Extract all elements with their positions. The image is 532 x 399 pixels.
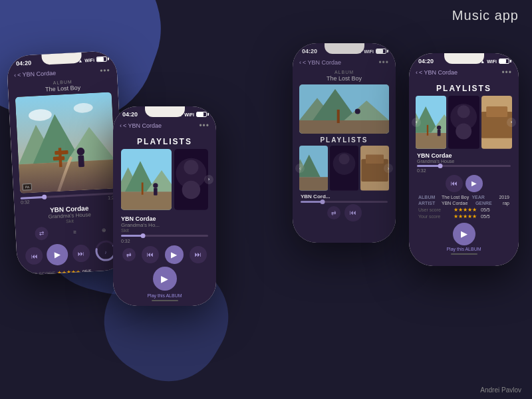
battery-icon-2 [196,112,207,117]
big-play-area-4: ▶ [416,223,512,245]
carousel-prev-4[interactable]: ‹ [412,118,421,127]
playlist-thumb-2-4[interactable] [448,96,479,149]
progress-bar-2[interactable] [121,235,208,237]
carousel-next-2[interactable]: › [204,175,213,184]
carousel-next-3[interactable]: › [384,164,393,173]
rewind-btn-1[interactable]: ⏮ [25,247,43,265]
rewind-btn-3[interactable]: ⏮ [344,204,362,221]
back-label-1: < YBN Cordae [17,70,57,78]
album-image-1: PA [15,92,116,193]
artist-val-4: YBN Cordae [442,201,467,205]
back-icon-1: ‹ [14,72,17,78]
album-overlay-1 [19,160,116,194]
playlist-thumb-main-2[interactable] [121,149,172,210]
rewind-btn-2[interactable]: ⏮ [142,246,159,263]
time-display-4: 0:32 [417,168,511,173]
svg-rect-25 [182,181,201,200]
shuffle-btn-3[interactable]: ⇄ [327,206,340,219]
user-stars-4: ★★★★★ [454,207,477,213]
battery-icon-4 [499,59,509,64]
mini-player-3: YBN Cord... [299,194,389,203]
svg-rect-36 [299,178,328,191]
svg-point-49 [437,126,441,130]
progress-dot-4[interactable] [438,164,443,168]
svg-rect-57 [486,106,507,117]
album-val-4: The Lost Boy [442,195,469,200]
wifi-icon-3: WiFi [364,49,374,54]
play-album-text-4: Play this ALBUM [416,247,512,251]
shuffle-btn-1[interactable]: ⇄ [35,227,49,241]
phone-notch-2 [145,106,185,117]
playlist-thumbs-2 [120,149,209,210]
home-indicator-4 [451,253,477,255]
controls-2: ⇄ ⏮ ▶ ⏭ [120,245,209,264]
svg-rect-54 [456,123,472,139]
play-btn-1[interactable]: ▶ [47,243,69,266]
carousel-next-4[interactable]: › [507,118,516,127]
add-btn-1[interactable]: ⊕ [101,227,106,233]
back-btn-4[interactable]: ‹ < YBN Cordae [416,69,458,76]
svg-point-53 [458,105,470,118]
svg-rect-6 [55,150,68,155]
song-info-1: YBN Cordae Grandma's House Skit [21,203,118,226]
carousel-prev-3[interactable]: ‹ [295,164,305,173]
back-icon-4: ‹ [416,69,418,76]
more-btn-1[interactable]: ••• [100,65,110,75]
svg-rect-50 [438,130,441,136]
playlist-thumb-2-3[interactable] [330,146,358,191]
play-album-label-2: Play this ALBUM [120,293,209,298]
svg-point-39 [338,154,349,164]
more-btn-2[interactable]: ••• [199,121,209,130]
wifi-icon-1: WiFi [84,57,94,63]
back-btn-2[interactable]: ‹ < YBN Cordae [120,122,162,129]
song-tag-2: Skit [121,228,208,233]
progress-fill-3 [301,201,323,203]
home-indicator-2 [152,300,178,301]
back-label-4: < YBN Cordae [419,69,458,76]
svg-rect-19 [142,182,144,194]
svg-rect-21 [154,188,158,196]
controls-4: ⏮ ▶ [416,175,512,192]
progress-bar-4[interactable] [417,165,511,167]
battery-icon-1 [96,57,107,63]
genre-group-4: Genre rap [475,201,509,205]
time-current-1: 0:32 [21,200,30,205]
back-btn-1[interactable]: ‹ < YBN Cordae [14,70,57,78]
big-play-btn-4[interactable]: ▶ [453,223,475,245]
progress-fill-2 [121,235,143,237]
forward-btn-1[interactable]: ⏭ [72,244,90,262]
forward-btn-2[interactable]: ⏭ [190,246,207,263]
phone-notch-3 [325,43,364,54]
phone-4: 04:20 ▲▲▲ WiFi ‹ < YBN Cordae ••• PLAYLI… [409,53,519,266]
progress-dot-3[interactable] [320,200,325,204]
wifi-icon-4: WiFi [487,59,497,64]
more-btn-4[interactable]: ••• [501,68,512,77]
play-btn-4[interactable]: ▶ [466,175,483,192]
more-btn-3[interactable]: ••• [378,58,389,67]
controls-3: ⇄ ⏮ [299,204,389,221]
app-title: Music app [452,8,519,23]
progress-dot-2[interactable] [140,233,145,238]
svg-rect-18 [121,192,172,210]
time-2: 04:20 [122,111,138,118]
phone-notch-4 [444,53,484,64]
playlists-title-3: PLAYLISTS [299,136,389,144]
screen-1: ‹ < YBN Cordae ••• ALBUM The Lost Boy [7,64,128,275]
song-album-4: Grandma's House [417,159,511,164]
play-btn-2[interactable]: ▶ [165,245,184,264]
back-btn-3[interactable]: ‹ < YBN Cordae [299,59,341,66]
playlist-thumb-side-2[interactable] [174,149,208,210]
shuffle-btn-2[interactable]: ⇄ [122,248,136,261]
big-play-btn-2[interactable]: ▶ [153,267,177,291]
your-stars-4: ★★★★★ [454,213,477,219]
main-controls-1: ⏮ ▶ ⏭ ♪ [23,238,120,270]
progress-bar-3[interactable] [301,201,388,203]
user-score-label-4: User score [418,207,452,212]
playlists-title-4: PLAYLISTS [416,84,512,93]
back-icon-3: ‹ [299,59,301,66]
carousel-3: ‹ [299,146,389,191]
phone-3: 04:20 ▲▲▲ WiFi ‹ < YBN Cordae ••• ALBUM … [293,43,396,243]
rewind-btn-4[interactable]: ⏮ [446,175,463,192]
genre-key-4: Genre [475,201,499,205]
credit-text: Andrei Pavlov [480,386,521,394]
